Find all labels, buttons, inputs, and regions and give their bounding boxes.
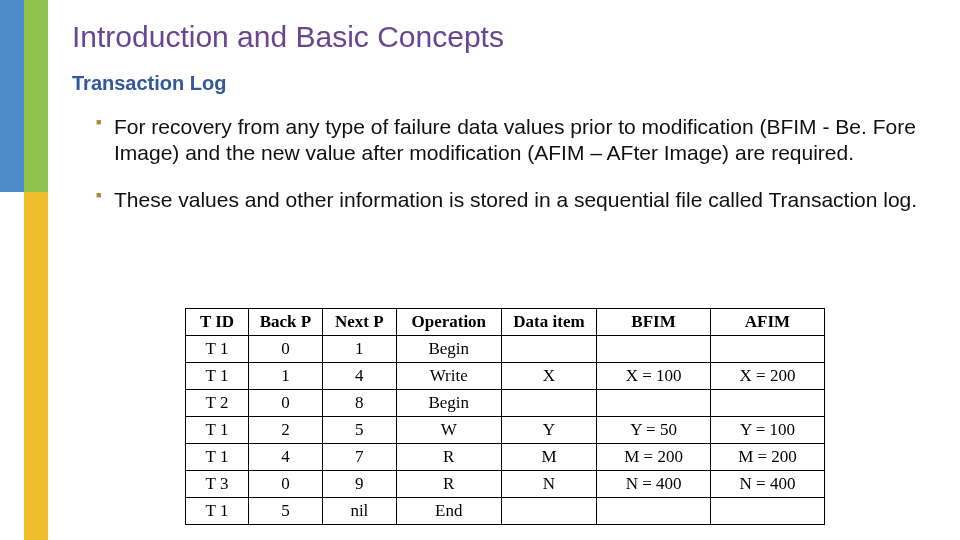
cell: M = 200 — [597, 444, 711, 471]
cell: R — [396, 444, 501, 471]
cell: X = 200 — [710, 363, 824, 390]
cell: 2 — [248, 417, 322, 444]
cell: 5 — [248, 498, 322, 525]
col-back-p: Back P — [248, 309, 322, 336]
cell: R — [396, 471, 501, 498]
cell — [710, 498, 824, 525]
cell: X = 100 — [597, 363, 711, 390]
col-afim: AFIM — [710, 309, 824, 336]
cell — [710, 336, 824, 363]
cell: 0 — [248, 471, 322, 498]
log-table: T ID Back P Next P Operation Data item B… — [185, 308, 825, 525]
bullet-2: These values and other information is st… — [96, 187, 926, 213]
cell — [710, 390, 824, 417]
col-next-p: Next P — [323, 309, 397, 336]
col-tid: T ID — [186, 309, 249, 336]
cell: W — [396, 417, 501, 444]
col-bfim: BFIM — [597, 309, 711, 336]
cell: N = 400 — [710, 471, 824, 498]
cell: 8 — [323, 390, 397, 417]
cell: 7 — [323, 444, 397, 471]
cell: 9 — [323, 471, 397, 498]
cell — [501, 336, 596, 363]
cell: N — [501, 471, 596, 498]
cell: T 1 — [186, 363, 249, 390]
sidebar-blue-block — [0, 0, 24, 192]
cell: T 1 — [186, 336, 249, 363]
cell: 0 — [248, 390, 322, 417]
table-row: T 2 0 8 Begin — [186, 390, 825, 417]
cell: Y = 100 — [710, 417, 824, 444]
cell: T 1 — [186, 444, 249, 471]
slide-title: Introduction and Basic Concepts — [72, 20, 504, 54]
cell: Y — [501, 417, 596, 444]
cell: 4 — [323, 363, 397, 390]
cell: 1 — [323, 336, 397, 363]
cell: Y = 50 — [597, 417, 711, 444]
cell: 1 — [248, 363, 322, 390]
cell: T 2 — [186, 390, 249, 417]
slide-subtitle: Transaction Log — [72, 72, 226, 95]
cell: M — [501, 444, 596, 471]
col-data-item: Data item — [501, 309, 596, 336]
cell: Begin — [396, 390, 501, 417]
cell — [597, 336, 711, 363]
cell: nil — [323, 498, 397, 525]
cell: T 1 — [186, 498, 249, 525]
bullet-1: For recovery from any type of failure da… — [96, 114, 926, 165]
table-row: T 1 2 5 W Y Y = 50 Y = 100 — [186, 417, 825, 444]
table-header-row: T ID Back P Next P Operation Data item B… — [186, 309, 825, 336]
table-row: T 3 0 9 R N N = 400 N = 400 — [186, 471, 825, 498]
sidebar-white-block — [0, 192, 24, 540]
decorative-sidebar — [0, 0, 48, 540]
table-row: T 1 0 1 Begin — [186, 336, 825, 363]
cell — [501, 390, 596, 417]
table-row: T 1 5 nil End — [186, 498, 825, 525]
cell: 4 — [248, 444, 322, 471]
table-body: T 1 0 1 Begin T 1 1 4 Write X X = 100 X … — [186, 336, 825, 525]
slide-body: For recovery from any type of failure da… — [96, 114, 926, 235]
table-row: T 1 4 7 R M M = 200 M = 200 — [186, 444, 825, 471]
cell — [597, 390, 711, 417]
cell: Write — [396, 363, 501, 390]
cell: 0 — [248, 336, 322, 363]
cell: M = 200 — [710, 444, 824, 471]
cell: T 1 — [186, 417, 249, 444]
cell: 5 — [323, 417, 397, 444]
cell — [501, 498, 596, 525]
cell: Begin — [396, 336, 501, 363]
transaction-log-table: T ID Back P Next P Operation Data item B… — [185, 308, 825, 525]
cell: T 3 — [186, 471, 249, 498]
cell: End — [396, 498, 501, 525]
cell: N = 400 — [597, 471, 711, 498]
table-row: T 1 1 4 Write X X = 100 X = 200 — [186, 363, 825, 390]
col-operation: Operation — [396, 309, 501, 336]
cell — [597, 498, 711, 525]
cell: X — [501, 363, 596, 390]
